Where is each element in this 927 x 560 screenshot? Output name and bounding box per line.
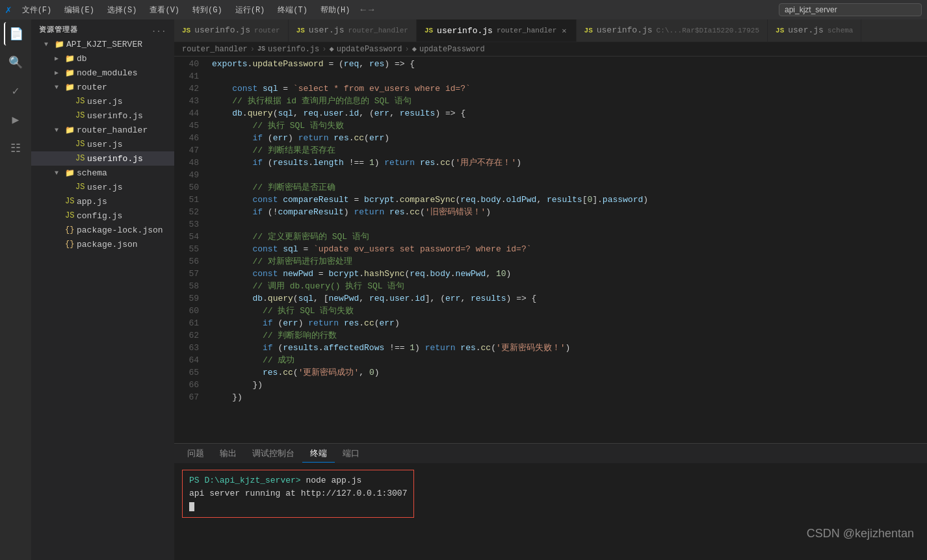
tab-user-schema[interactable]: JS user.js schema	[768, 19, 861, 42]
ln-61: 61	[174, 317, 199, 329]
menu-file[interactable]: 文件(F)	[17, 3, 57, 17]
code-content[interactable]: exports.updatePassword = (req, res) => {…	[207, 57, 927, 443]
menu-help[interactable]: 帮助(H)	[315, 3, 356, 17]
user-js-router-label: user.js	[87, 97, 174, 107]
tree-item-router[interactable]: ▼ 📁 router	[31, 80, 174, 94]
tab3-close[interactable]: ✕	[560, 25, 568, 37]
panel-tab-terminal[interactable]: 终端	[302, 445, 335, 463]
tab-userinfo-rar[interactable]: JS userinfo.js C:\...Rar$DIa15220.17925	[577, 19, 768, 42]
tree-item-node-modules[interactable]: ▶ 📁 node_modules	[31, 66, 174, 80]
ln-54: 54	[174, 231, 199, 243]
code-line-45: // 执行 SQL 语句失败	[212, 120, 927, 132]
menu-view[interactable]: 查看(V)	[144, 3, 185, 17]
breadcrumb-part3-text[interactable]: updatePassword	[337, 45, 402, 54]
tree-item-user-js-router[interactable]: JS user.js	[31, 94, 174, 108]
js-icon6: JS	[65, 197, 77, 206]
tab3-label: userinfo.js	[437, 26, 493, 36]
code-line-59: db.query(sql, [newPwd, req.user.id], (er…	[212, 292, 927, 305]
panel-tab-ports[interactable]: 端口	[335, 445, 367, 463]
tab4-label: userinfo.js	[597, 25, 653, 35]
nav-forward[interactable]: →	[369, 5, 374, 15]
tree-item-userinfo-js-router[interactable]: JS userinfo.js	[31, 108, 174, 123]
tab2-label: user.js	[309, 25, 345, 35]
ln-56: 56	[174, 255, 199, 268]
code-line-57: const newPwd = bcrypt.hashSync(req.body.…	[212, 268, 927, 280]
explorer-icon[interactable]: 📄	[4, 22, 27, 45]
sidebar-more-icon[interactable]: ...	[151, 26, 166, 34]
terminal-output: api server running at http://127.0.0.1:3…	[189, 489, 407, 498]
search-icon[interactable]: 🔍	[4, 51, 27, 74]
breadcrumb-part1[interactable]: router_handler	[182, 45, 248, 54]
terminal-line-3	[189, 500, 407, 513]
tree-item-schema[interactable]: ▼ 📁 schema	[31, 166, 174, 180]
config-js-label: config.js	[77, 211, 174, 221]
tab-user-router-handler[interactable]: JS user.js router_handler	[289, 19, 417, 42]
watermark: CSDN @kejizhentan	[807, 527, 914, 541]
code-line-42: const sql = `select * from ev_users wher…	[212, 83, 927, 95]
router-handler-icon: 📁	[65, 125, 77, 135]
tree-item-package-lock[interactable]: {} package-lock.json	[31, 223, 174, 237]
code-line-61: if (err) return res.cc(err)	[212, 317, 927, 329]
tab-userinfo-router[interactable]: JS userinfo.js router	[174, 19, 289, 42]
menu-edit[interactable]: 编辑(E)	[59, 3, 99, 17]
breadcrumb: router_handler › JS userinfo.js › ◆ upda…	[174, 42, 927, 57]
tree-item-user-js-schema[interactable]: JS user.js	[31, 180, 174, 194]
code-line-47: // 判断结果是否存在	[212, 144, 927, 157]
js-icon4: JS	[75, 154, 87, 163]
tree-item-app-js[interactable]: JS app.js	[31, 194, 174, 209]
tab4-js-icon: JS	[584, 27, 593, 34]
tree-item-package-json[interactable]: {} package.json	[31, 237, 174, 251]
ln-60: 60	[174, 305, 199, 317]
menu-terminal[interactable]: 终端(T)	[272, 3, 313, 17]
breadcrumb-part2[interactable]: userinfo.js	[268, 45, 319, 54]
sidebar-header: 资源管理器 ...	[31, 19, 174, 37]
run-debug-icon[interactable]: ▶	[4, 108, 27, 131]
extensions-icon[interactable]: ☷	[4, 136, 27, 160]
json-icon: {}	[65, 225, 77, 235]
router-folder-icon: 📁	[65, 83, 77, 92]
ln-63: 63	[174, 342, 199, 354]
ln-43: 43	[174, 95, 199, 107]
code-line-44: db.query(sql, req.user.id, (err, results…	[212, 107, 927, 120]
menu-goto[interactable]: 转到(G)	[187, 3, 228, 17]
tab3-sublabel: router_handler	[497, 27, 556, 34]
terminal-path: PS D:\api_kjzt_server>	[189, 476, 301, 485]
json-icon2: {}	[65, 240, 77, 249]
panel-tab-output[interactable]: 输出	[212, 445, 244, 463]
tree-item-userinfo-js-handler[interactable]: JS userinfo.js	[31, 151, 174, 166]
js-icon5: JS	[75, 183, 87, 192]
js-icon2: JS	[75, 111, 87, 120]
tab2-js-icon: JS	[296, 27, 305, 34]
root-label: API_KJZT_SERVER	[66, 40, 174, 49]
search-input[interactable]	[779, 3, 922, 16]
tree-item-config-js[interactable]: JS config.js	[31, 209, 174, 223]
schema-arrow: ▼	[55, 170, 65, 177]
ln-45: 45	[174, 120, 199, 132]
ln-62: 62	[174, 329, 199, 342]
breadcrumb-part4: ◆	[412, 44, 417, 54]
code-line-41	[212, 70, 927, 83]
tree-item-router-handler[interactable]: ▼ 📁 router_handler	[31, 123, 174, 137]
userinfo-js-router-label: userinfo.js	[87, 111, 174, 121]
tree-item-db[interactable]: ▶ 📁 db	[31, 51, 174, 66]
code-line-65: res.cc('更新密码成功', 0)	[212, 366, 927, 379]
menu-run[interactable]: 运行(R)	[230, 3, 270, 17]
db-folder-icon: 📁	[65, 54, 77, 64]
panel-tab-problems[interactable]: 问题	[179, 445, 212, 463]
code-line-48: if (results.length !== 1) return res.cc(…	[212, 157, 927, 169]
tree-root[interactable]: ▼ 📁 API_KJZT_SERVER	[31, 37, 174, 51]
activity-bar: 📄 🔍 ✓ ▶ ☷	[0, 19, 31, 560]
code-line-53	[212, 218, 927, 231]
breadcrumb-part4-text[interactable]: updatePassword	[419, 45, 485, 54]
app-js-label: app.js	[77, 197, 174, 207]
tab-userinfo-router-handler[interactable]: JS userinfo.js router_handler ✕	[417, 19, 577, 42]
code-line-54: // 定义更新密码的 SQL 语句	[212, 231, 927, 243]
menu-select[interactable]: 选择(S)	[102, 3, 142, 17]
panel-tab-debug[interactable]: 调试控制台	[244, 445, 302, 463]
tree-item-user-js-handler[interactable]: JS user.js	[31, 137, 174, 151]
panel-content[interactable]: PS D:\api_kjzt_server> node app.js api s…	[174, 463, 927, 560]
search-wrapper	[779, 3, 922, 16]
source-control-icon[interactable]: ✓	[4, 79, 27, 103]
ln-65: 65	[174, 366, 199, 379]
nav-back[interactable]: ←	[361, 5, 366, 15]
